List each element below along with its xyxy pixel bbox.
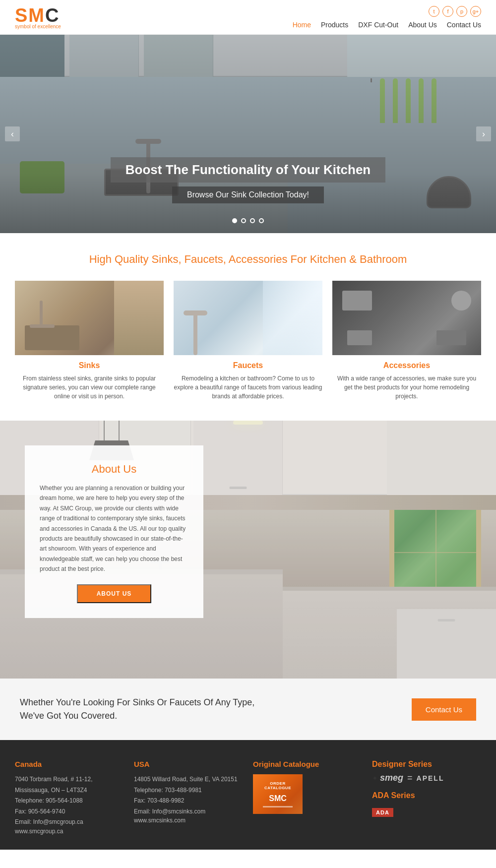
- footer-usa: USA 14805 Willard Road, Suite E, VA 2015…: [134, 760, 243, 835]
- hero-text-area: Boost The Functionality of Your Kitchen …: [0, 157, 496, 203]
- sinks-desc: From stainless steel sinks, granite sink…: [15, 374, 164, 401]
- faucets-image: [174, 281, 322, 355]
- about-card-title: About Us: [40, 463, 188, 476]
- accessories-name: Accessories: [332, 361, 481, 370]
- apell-text: APELL: [417, 774, 444, 782]
- hero-dots: [232, 218, 264, 223]
- main-nav: Home Products DXF Cut-Out About Us Conta…: [293, 21, 481, 29]
- footer-usa-title: USA: [134, 760, 243, 768]
- about-card: About Us Whether you are planning a reno…: [25, 445, 203, 618]
- footer-brands: Designer Series ✦ smeg = APELL ADA Serie…: [372, 760, 481, 835]
- catalogue-line: [263, 806, 293, 807]
- footer-canada: Canada 7040 Torbram Road, # 11-12, Missi…: [15, 760, 124, 835]
- footer-usa-address: 14805 Willard Road, Suite E, VA 20151: [134, 774, 243, 785]
- product-card-faucets: Faucets Remodeling a kitchen or bathroom…: [174, 281, 322, 401]
- acc-3: [347, 330, 372, 345]
- faucet-small: [40, 301, 43, 325]
- social-icons: t f p g+: [429, 6, 481, 17]
- logo-text: SMC: [15, 5, 61, 26]
- ada-badge: ADA: [372, 808, 393, 817]
- accessories-image: [332, 281, 481, 355]
- nav-about[interactable]: About Us: [408, 21, 437, 29]
- ada-series-label: ADA Series: [372, 791, 481, 800]
- quality-section: High Quality Sinks, Faucets, Accessories…: [0, 233, 496, 421]
- footer: Canada 7040 Torbram Road, # 11-12, Missi…: [0, 740, 496, 850]
- quality-title: High Quality Sinks, Faucets, Accessories…: [15, 253, 481, 266]
- catalogue-brand: SMC: [269, 794, 287, 803]
- hero-dot-2[interactable]: [241, 218, 246, 223]
- window-bg: [263, 281, 322, 355]
- footer-canada-website[interactable]: www.smcgroup.ca: [15, 828, 124, 835]
- sink-bowl: [25, 325, 79, 350]
- catalogue-image[interactable]: ORDER CATALOGUE SMC: [253, 774, 303, 814]
- nav-home[interactable]: Home: [293, 21, 311, 29]
- about-section: About Us Whether you are planning a reno…: [0, 421, 496, 679]
- footer-catalogue-title: Original Catalogue: [253, 760, 362, 768]
- hero-arrow-left[interactable]: ‹: [5, 126, 20, 141]
- product-card-accessories: Accessories With a wide range of accesso…: [332, 281, 481, 401]
- acc-1: [342, 291, 372, 310]
- footer-catalogue: Original Catalogue ORDER CATALOGUE SMC: [253, 760, 362, 835]
- smeg-logo: ✦ smeg = APELL: [372, 773, 481, 783]
- hero-image: Boost The Functionality of Your Kitchen …: [0, 35, 496, 233]
- footer-usa-fax: Fax: 703-488-9982: [134, 796, 243, 806]
- facebook-icon[interactable]: f: [442, 6, 453, 17]
- footer-canada-email: Email: Info@smcgroup.ca: [15, 817, 124, 828]
- product-card-sinks: Sinks From stainless steel sinks, granit…: [15, 281, 164, 401]
- hero-subtitle: Browse Our Sink Collection Today!: [187, 190, 309, 199]
- hero-arrow-right[interactable]: ›: [476, 126, 491, 141]
- hero-subtitle-box: Browse Our Sink Collection Today!: [172, 186, 324, 203]
- hero-title-box: Boost The Functionality of Your Kitchen: [111, 157, 385, 183]
- hero-section: Boost The Functionality of Your Kitchen …: [0, 35, 496, 233]
- hero-title: Boost The Functionality of Your Kitchen: [125, 162, 371, 178]
- footer-canada-address: 7040 Torbram Road, # 11-12, Mississauga,…: [15, 774, 124, 796]
- twitter-icon[interactable]: t: [429, 6, 439, 17]
- logo-c: C: [45, 5, 60, 26]
- nav-products[interactable]: Products: [321, 21, 348, 29]
- designer-series-label: Designer Series: [372, 760, 481, 769]
- wood-counter: [114, 281, 164, 355]
- smeg-text: smeg: [380, 773, 403, 783]
- acc-4: [436, 330, 466, 345]
- catalogue-order-text: ORDER CATALOGUE: [257, 781, 299, 790]
- hero-dot-1[interactable]: [232, 218, 237, 223]
- pinterest-icon[interactable]: p: [456, 6, 467, 17]
- about-button[interactable]: ABOUT US: [77, 584, 151, 603]
- cta-text: Whether You're Looking For Sinks Or Fauc…: [20, 696, 258, 723]
- footer-canada-title: Canada: [15, 760, 124, 768]
- faucets-name: Faucets: [174, 361, 322, 370]
- cta-section: Whether You're Looking For Sinks Or Fauc…: [0, 679, 496, 740]
- faucets-desc: Remodeling a kitchen or bathroom? Come t…: [174, 374, 322, 401]
- products-grid: Sinks From stainless steel sinks, granit…: [15, 281, 481, 401]
- nav-contact[interactable]: Contact Us: [447, 21, 481, 29]
- acc-2: [451, 291, 471, 310]
- footer-usa-email: Email: Info@smcsinks.com: [134, 806, 243, 817]
- nav-dxf-cutout[interactable]: DXF Cut-Out: [358, 21, 398, 29]
- header: SMC symbol of excellence t f p g+ Home P…: [0, 0, 496, 35]
- accessories-desc: With a wide range of accessories, we mak…: [332, 374, 481, 401]
- hero-dot-4[interactable]: [259, 218, 264, 223]
- about-card-text: Whether you are planning a renovation or…: [40, 483, 188, 574]
- logo: SMC symbol of excellence: [15, 5, 61, 29]
- footer-usa-website[interactable]: www.smcsinks.com: [134, 817, 243, 824]
- footer-canada-fax: Fax: 905-564-9740: [15, 806, 124, 817]
- google-plus-icon[interactable]: g+: [470, 6, 481, 17]
- equals-icon: =: [407, 773, 413, 783]
- header-right: t f p g+ Home Products DXF Cut-Out About…: [293, 6, 481, 29]
- hero-overlay: [0, 35, 496, 233]
- faucet-tall: [193, 310, 197, 355]
- footer-canada-phone: Telephone: 905-564-1088: [15, 796, 124, 806]
- footer-usa-phone: Telephone: 703-488-9981: [134, 785, 243, 796]
- faucet-arch: [184, 310, 207, 315]
- sinks-name: Sinks: [15, 361, 164, 370]
- smeg-star-icon: ✦: [372, 774, 378, 782]
- faucet-neck-small: [30, 324, 55, 328]
- hero-dot-3[interactable]: [250, 218, 255, 223]
- contact-us-button[interactable]: Contact Us: [412, 698, 476, 721]
- sinks-image: [15, 281, 164, 355]
- logo-subtitle: symbol of excellence: [15, 24, 61, 29]
